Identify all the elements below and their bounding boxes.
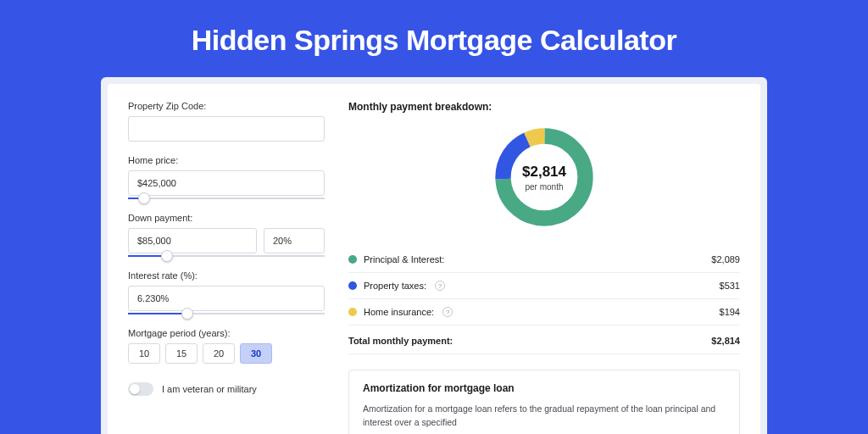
dot-icon [348, 281, 357, 290]
donut-amount: $2,814 [522, 164, 566, 181]
dot-icon [348, 255, 357, 264]
period-option-15[interactable]: 15 [165, 343, 198, 364]
field-zip: Property Zip Code: [128, 101, 325, 142]
amortization-card: Amortization for mortgage loan Amortizat… [348, 370, 740, 434]
amortization-title: Amortization for mortgage loan [363, 382, 726, 394]
line-property-taxes: Property taxes: ? $531 [348, 273, 740, 299]
home-price-input[interactable] [128, 170, 325, 196]
total-value: $2,814 [711, 336, 740, 346]
period-option-10[interactable]: 10 [128, 343, 160, 364]
period-option-20[interactable]: 20 [203, 343, 235, 364]
line-total: Total monthly payment: $2,814 [348, 326, 740, 354]
field-home-price: Home price: [128, 155, 325, 199]
donut-chart: $2,814 per month [490, 123, 598, 231]
page-title: Hidden Springs Mortgage Calculator [0, 0, 868, 77]
period-option-30[interactable]: 30 [240, 343, 272, 364]
line-home-insurance: Home insurance: ? $194 [348, 299, 740, 326]
calculator-form: Property Zip Code: Home price: Down paym… [108, 84, 338, 434]
interest-rate-input[interactable] [128, 286, 325, 311]
interest-rate-label: Interest rate (%): [128, 270, 325, 281]
down-payment-slider-thumb[interactable] [161, 250, 173, 262]
line-principal-interest: Principal & Interest: $2,089 [348, 247, 740, 273]
interest-rate-slider-thumb[interactable] [181, 308, 193, 320]
mortgage-period-label: Mortgage period (years): [128, 328, 325, 338]
amortization-body: Amortization for a mortgage loan refers … [363, 403, 726, 430]
principal-interest-label: Principal & Interest: [364, 254, 444, 264]
total-label: Total monthly payment: [348, 336, 453, 346]
down-payment-label: Down payment: [128, 213, 325, 223]
veteran-toggle[interactable] [128, 382, 153, 396]
field-down-payment: Down payment: [128, 213, 325, 257]
breakdown-panel: Monthly payment breakdown: $2,814 per mo… [338, 84, 760, 434]
help-icon[interactable]: ? [435, 281, 445, 291]
field-veteran: I am veteran or military [128, 382, 325, 396]
field-interest-rate: Interest rate (%): [128, 270, 325, 314]
home-insurance-label: Home insurance: [364, 307, 434, 317]
donut-caption: per month [525, 182, 563, 192]
calculator-card: Property Zip Code: Home price: Down paym… [108, 84, 760, 434]
property-taxes-value: $531 [720, 281, 740, 291]
property-taxes-label: Property taxes: [364, 281, 426, 291]
home-price-label: Home price: [128, 155, 325, 165]
dot-icon [348, 308, 357, 316]
principal-interest-value: $2,089 [711, 254, 740, 264]
donut-chart-area: $2,814 per month [348, 123, 740, 231]
donut-center: $2,814 per month [490, 123, 598, 231]
home-insurance-value: $194 [720, 307, 740, 317]
field-mortgage-period: Mortgage period (years): 10 15 20 30 [128, 328, 325, 364]
interest-rate-slider[interactable] [128, 313, 325, 314]
down-payment-input[interactable] [128, 228, 257, 253]
zip-label: Property Zip Code: [128, 101, 325, 111]
breakdown-title: Monthly payment breakdown: [348, 101, 740, 113]
home-price-slider-thumb[interactable] [138, 192, 150, 204]
home-price-slider[interactable] [128, 198, 325, 199]
help-icon[interactable]: ? [442, 307, 453, 317]
zip-input[interactable] [128, 116, 325, 142]
down-payment-percent-input[interactable] [264, 228, 325, 253]
down-payment-slider[interactable] [128, 255, 325, 257]
calculator-outer-card: Property Zip Code: Home price: Down paym… [101, 77, 767, 434]
veteran-label: I am veteran or military [162, 384, 257, 394]
